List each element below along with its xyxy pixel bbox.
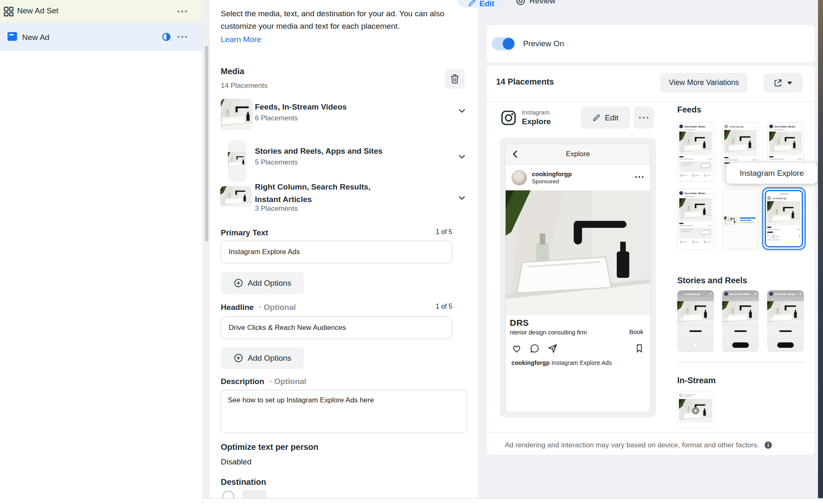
- preview-disclaimer: Ad rendering and interaction may vary ba…: [505, 441, 796, 449]
- more-options-icon: …: [708, 192, 712, 195]
- placements-title: 14 Placements: [496, 77, 554, 87]
- phone-caption: cookingforgp Instagram Explore Ads: [506, 358, 650, 368]
- cta-pill: [777, 342, 794, 348]
- bookmark-icon[interactable]: [634, 343, 644, 354]
- comment-icon[interactable]: [529, 343, 540, 354]
- optimize-text-value: Disabled: [221, 457, 252, 467]
- placement-group-count: 5 Placements: [255, 158, 298, 167]
- feeds-group-thumbnail: [221, 99, 252, 130]
- close-icon: ✕: [754, 292, 757, 296]
- share-preview-button[interactable]: [763, 73, 803, 92]
- sidebar-item-label: New Ad Set: [17, 6, 58, 15]
- instream-section-title: In-Stream: [677, 376, 716, 385]
- avatar: [679, 292, 683, 296]
- instagram-action-icons: ♡◯▷▯: [767, 235, 801, 238]
- chevron-down-icon[interactable]: [457, 106, 466, 115]
- more-options-icon: [639, 117, 648, 119]
- primary-text-counter: 1 of 5: [221, 228, 452, 236]
- description-input[interactable]: See how to set up Instagram Explore Ads …: [221, 390, 467, 433]
- cta-pill: [732, 342, 749, 348]
- window-edge-strip: [818, 0, 823, 504]
- info-icon[interactable]: [764, 441, 773, 449]
- more-options-icon: …: [798, 125, 802, 128]
- view-more-variations-button[interactable]: View More Variations: [660, 73, 748, 92]
- share-icon[interactable]: [547, 343, 558, 354]
- more-options-icon[interactable]: [177, 36, 187, 38]
- phone-nav-title: Explore: [566, 150, 590, 158]
- stories-group-thumbnail: [228, 140, 246, 182]
- primary-text-input[interactable]: [221, 241, 452, 263]
- chevron-down-icon[interactable]: [457, 152, 466, 161]
- destination-option-chip: [242, 490, 267, 499]
- preview-toggle[interactable]: [492, 37, 515, 50]
- more-options-icon: …: [709, 394, 712, 397]
- back-chevron-icon[interactable]: [511, 149, 520, 159]
- headline-input[interactable]: [221, 317, 452, 339]
- placement-format-label: Explore: [522, 117, 551, 126]
- edit-tab-button[interactable]: Edit: [456, 0, 506, 7]
- campaign-sidebar: New Ad Set New Ad: [0, 0, 203, 504]
- ad-image: [679, 132, 712, 155]
- section-divider: [677, 362, 806, 362]
- optimize-text-label: Optimize text per person: [221, 442, 319, 452]
- placements-preview-card: 14 Placements View More Variations Insta…: [487, 65, 815, 455]
- phone-sponsored-label: Sponsored: [532, 178, 572, 185]
- selected-explore-thumbnail[interactable]: cookingforgp… ♡◯▷▯: [762, 187, 806, 250]
- search-variation-thumbnail[interactable]: [722, 189, 759, 250]
- phone-action-row: [506, 339, 650, 358]
- media-placements-count: 14 Placements: [221, 82, 267, 90]
- media-section-title: Media: [221, 67, 244, 76]
- draft-status-icon: [162, 32, 171, 42]
- caption-text: Instagram Explore Ads: [551, 359, 612, 366]
- add-headline-options-button[interactable]: Add Options: [221, 347, 304, 369]
- more-options-icon[interactable]: [635, 176, 643, 178]
- avatar: [679, 394, 683, 397]
- description-label-row: Description · Optional: [221, 377, 307, 386]
- ad-cta-label[interactable]: Book: [629, 328, 643, 335]
- add-primary-text-options-button[interactable]: Add Options: [221, 272, 304, 294]
- scrollbar[interactable]: [205, 46, 208, 242]
- ad-video-frame: [679, 399, 712, 422]
- intro-text: Select the media, text, and destination …: [221, 7, 456, 32]
- preview-toggle-card: Preview On: [487, 25, 815, 62]
- disclaimer-text: Ad rendering and interaction may vary ba…: [505, 441, 759, 449]
- sidebar-item-label: New Ad: [22, 33, 49, 42]
- ad-image: [769, 132, 802, 155]
- card-divider: [487, 432, 815, 433]
- edit-tab-label: Edit: [479, 0, 494, 7]
- chevron-down-icon[interactable]: [457, 193, 466, 202]
- story-variation-thumbnail[interactable]: cookingforgp✕: [677, 290, 714, 352]
- right-column-group-thumbnail: [220, 186, 252, 207]
- review-tab-button[interactable]: Review: [516, 0, 555, 6]
- stories-section-title: Stories and Reels: [677, 276, 747, 285]
- sidebar-item-ad-set[interactable]: New Ad Set: [0, 0, 202, 22]
- placement-more-button[interactable]: [633, 107, 654, 129]
- delete-media-button[interactable]: [445, 69, 465, 89]
- instream-variation-thumbnail[interactable]: …: [677, 392, 714, 427]
- plus-circle-icon: [234, 353, 243, 363]
- sidebar-item-ad[interactable]: New Ad: [0, 22, 202, 51]
- close-icon: ✕: [799, 292, 802, 296]
- learn-more-link[interactable]: Learn More: [221, 35, 261, 44]
- feeds-section-title: Feeds: [677, 105, 701, 115]
- story-variation-thumbnail[interactable]: Ana Getler, Writer✕: [722, 290, 759, 352]
- more-options-icon: …: [797, 197, 801, 200]
- ad-overlay-subtitle: nterior design consulting firm: [510, 329, 644, 336]
- eye-icon: [516, 0, 526, 6]
- description-optional-label: · Optional: [269, 377, 307, 386]
- instagram-explore-preview: Explore cookingforgp Sponsored DRS nteri…: [505, 144, 651, 412]
- trash-icon: [450, 74, 459, 84]
- story-variation-thumbnail[interactable]: Ana Getler, Writer✕: [767, 290, 804, 352]
- avatar: [511, 170, 527, 185]
- feed-variation-thumbnail[interactable]: Ana Getler, Writer…: [677, 122, 714, 182]
- feed-variation-thumbnail[interactable]: Ana Getler, Writer…: [677, 189, 714, 250]
- destination-label: Destination: [221, 477, 266, 487]
- instagram-logo-icon: [500, 109, 517, 127]
- edit-placement-button[interactable]: Edit: [581, 107, 630, 129]
- more-options-icon[interactable]: [177, 10, 187, 12]
- ad-image: [679, 198, 712, 222]
- placement-group-count: 6 Placements: [255, 114, 298, 122]
- ads-manager-screen: New Ad Set New Ad Edit Review Select the…: [0, 0, 823, 504]
- like-icon[interactable]: [511, 343, 522, 354]
- ad-image: [724, 130, 757, 156]
